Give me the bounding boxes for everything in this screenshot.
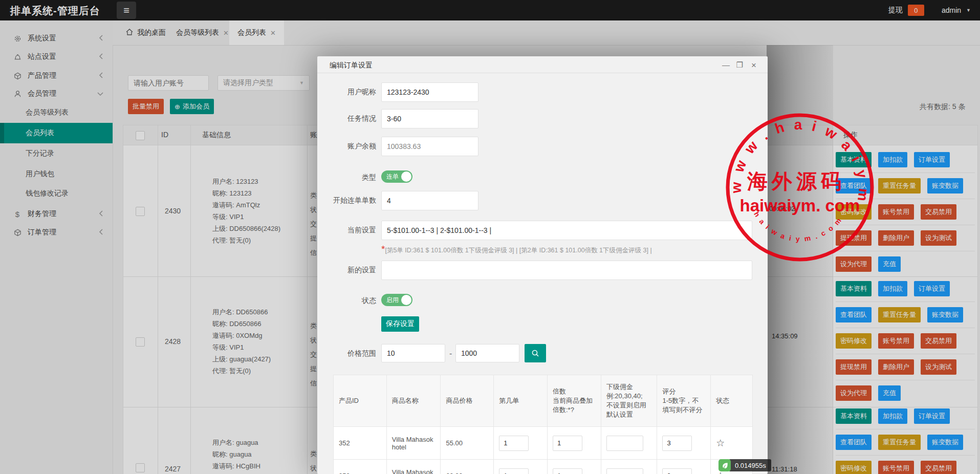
price-search-button[interactable] — [525, 344, 546, 362]
toggle-knob — [401, 171, 411, 182]
balance-input[interactable] — [381, 137, 478, 156]
product-name: Villa Mahasok hotel — [387, 427, 441, 459]
field-label-price-range: 价格范围 — [320, 349, 376, 358]
multiple-input[interactable] — [553, 436, 582, 451]
order-no-input[interactable] — [499, 468, 529, 474]
commission-input[interactable] — [606, 436, 643, 451]
product-id: 353 — [334, 460, 387, 474]
commission-input[interactable] — [606, 468, 643, 474]
nickname-input[interactable] — [381, 82, 478, 102]
status-toggle[interactable]: 启用 — [381, 294, 412, 306]
hint-text: [第5单 ID:361 $ 101.00倍数 1下级佣金评级 3] | [第2单… — [385, 247, 651, 254]
field-label-nickname: 用户昵称 — [320, 88, 376, 97]
product-row: 353 Villa Mahasok hotel 60.30 ☆ — [334, 460, 752, 474]
current-setting-hint: *[第5单 ID:361 $ 101.00倍数 1下级佣金评级 3] | [第2… — [381, 244, 652, 255]
page-speed-badge: 0.014955s — [718, 459, 771, 471]
modal-shadow-band — [767, 45, 833, 474]
price-range-dash: - — [449, 349, 452, 358]
product-price: 60.30 — [441, 460, 494, 474]
field-label-start-count: 开始连单单数 — [320, 196, 376, 205]
multiple-input[interactable] — [553, 468, 582, 474]
field-label-new-setting: 新的设置 — [320, 266, 376, 275]
speed-time-text: 0.014955s — [729, 459, 771, 471]
save-settings-button[interactable]: 保存设置 — [381, 316, 419, 332]
search-icon — [531, 349, 539, 357]
leaf-icon — [718, 459, 731, 471]
product-col-header: 下级佣金 例:20,30,40; 不设置则启用 默认设置 — [601, 375, 658, 426]
product-col-header: 状态 — [711, 375, 752, 426]
product-id: 352 — [334, 427, 387, 459]
star-icon[interactable]: ☆ — [716, 437, 725, 449]
order-no-input[interactable] — [499, 436, 529, 451]
score-input[interactable] — [662, 436, 692, 451]
product-row: 352 Villa Mahasok hotel 55.00 ☆ — [334, 427, 752, 460]
field-label-balance: 账户余额 — [320, 142, 376, 151]
price-min-input[interactable] — [381, 344, 445, 362]
field-label-task: 任务情况 — [320, 114, 376, 123]
app-root: 排单系统-管理后台 ≡ 提现 0 admin ▼ 系统设置 站点设置 产品管理 — [0, 0, 980, 474]
toggle-knob — [401, 295, 411, 305]
modal-header: 编辑订单设置 — ❐ × — [317, 56, 768, 73]
product-price: 55.00 — [441, 427, 494, 459]
score-input[interactable] — [662, 468, 692, 474]
start-count-input[interactable] — [381, 191, 478, 210]
product-col-header: 评分 1-5数字，不 填写则不评分 — [657, 375, 711, 426]
edit-order-settings-modal: 编辑订单设置 — ❐ × 用户昵称 任务情况 账户余额 类型 连单 开始连单单数… — [317, 56, 768, 474]
price-max-input[interactable] — [455, 344, 519, 362]
field-label-current-setting: 当前设置 — [320, 226, 376, 235]
product-col-header: 商品名称 — [387, 375, 441, 426]
product-name: Villa Mahasok hotel — [387, 460, 441, 474]
toggle-label: 启用 — [386, 296, 399, 305]
product-col-header: 产品ID — [334, 375, 387, 426]
task-status-input[interactable] — [381, 109, 478, 128]
minimize-icon[interactable]: — — [722, 60, 730, 69]
product-col-header: 商品价格 — [441, 375, 494, 426]
current-setting-input[interactable] — [381, 221, 752, 240]
modal-title: 编辑订单设置 — [330, 61, 373, 70]
new-setting-input[interactable] — [381, 261, 752, 280]
product-col-header: 倍数 当前商品叠加 倍数:*? — [548, 375, 601, 426]
maximize-icon[interactable]: ❐ — [736, 60, 743, 70]
product-table-header: 产品ID商品名称商品价格第几单倍数 当前商品叠加 倍数:*?下级佣金 例:20,… — [334, 375, 752, 427]
field-label-status: 状态 — [320, 296, 376, 306]
field-label-type: 类型 — [320, 173, 376, 182]
close-icon[interactable]: × — [751, 60, 756, 71]
type-toggle[interactable]: 连单 — [381, 170, 412, 183]
toggle-label: 连单 — [386, 173, 399, 181]
product-col-header: 第几单 — [494, 375, 548, 426]
product-table: 产品ID商品名称商品价格第几单倍数 当前商品叠加 倍数:*?下级佣金 例:20,… — [333, 375, 753, 474]
